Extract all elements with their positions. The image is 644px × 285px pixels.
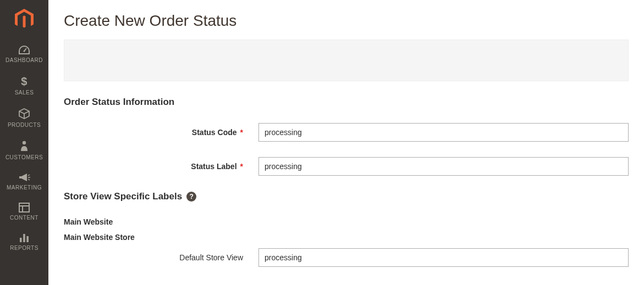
status-code-input[interactable] bbox=[258, 123, 629, 142]
nav-dashboard[interactable]: DASHBOARD bbox=[0, 38, 48, 69]
required-star-icon: * bbox=[240, 162, 243, 171]
nav-label: DASHBOARD bbox=[5, 57, 43, 63]
nav-label: PRODUCTS bbox=[8, 122, 41, 128]
row-status-code: Status Code * bbox=[64, 123, 629, 142]
section-title-text: Order Status Information bbox=[64, 97, 174, 108]
status-code-label: Status Code bbox=[192, 128, 237, 137]
nav-label: SALES bbox=[15, 90, 34, 96]
help-icon[interactable]: ? bbox=[186, 192, 196, 202]
svg-point-1 bbox=[24, 51, 25, 52]
section-store-view-labels: Store View Specific Labels ? bbox=[64, 191, 629, 202]
nav-label: CONTENT bbox=[10, 215, 38, 221]
svg-rect-4 bbox=[19, 203, 29, 212]
magento-logo[interactable] bbox=[0, 0, 48, 38]
status-label-input[interactable] bbox=[258, 157, 629, 176]
nav-sales[interactable]: $ SALES bbox=[0, 69, 48, 101]
nav-products[interactable]: PRODUCTS bbox=[0, 101, 48, 133]
box-icon bbox=[18, 108, 30, 120]
row-default-store-view: Default Store View bbox=[64, 248, 629, 267]
status-label-label: Status Label bbox=[191, 162, 236, 171]
main-content: Create New Order Status Order Status Inf… bbox=[48, 0, 644, 285]
website-heading: Main Website bbox=[64, 217, 629, 226]
page-title: Create New Order Status bbox=[64, 12, 629, 30]
section-title-text: Store View Specific Labels bbox=[64, 191, 182, 202]
dollar-icon: $ bbox=[20, 75, 28, 87]
svg-text:$: $ bbox=[21, 75, 27, 87]
nav-label: MARKETING bbox=[7, 185, 42, 191]
svg-rect-8 bbox=[23, 234, 25, 242]
nav-label: CUSTOMERS bbox=[5, 154, 43, 160]
svg-point-3 bbox=[23, 141, 26, 144]
nav-marketing[interactable]: MARKETING bbox=[0, 166, 48, 196]
nav-reports[interactable]: REPORTS bbox=[0, 226, 48, 256]
nav-customers[interactable]: CUSTOMERS bbox=[0, 133, 48, 166]
admin-sidebar: DASHBOARD $ SALES PRODUCTS CUSTOMERS MAR… bbox=[0, 0, 48, 285]
row-status-label: Status Label * bbox=[64, 157, 629, 176]
default-store-view-input[interactable] bbox=[258, 248, 629, 267]
person-icon bbox=[20, 140, 29, 152]
megaphone-icon bbox=[18, 172, 30, 182]
nav-label: REPORTS bbox=[10, 245, 38, 251]
section-order-status-info: Order Status Information bbox=[64, 97, 629, 108]
dashboard-icon bbox=[18, 45, 30, 55]
svg-rect-9 bbox=[26, 236, 29, 242]
layout-icon bbox=[19, 203, 30, 213]
required-star-icon: * bbox=[240, 128, 243, 137]
store-heading: Main Website Store bbox=[64, 233, 629, 242]
nav-content[interactable]: CONTENT bbox=[0, 196, 48, 226]
svg-rect-7 bbox=[20, 238, 22, 242]
magento-logo-icon bbox=[15, 9, 34, 30]
bars-icon bbox=[19, 233, 30, 243]
message-bar bbox=[64, 40, 629, 81]
default-store-view-label: Default Store View bbox=[179, 253, 243, 262]
